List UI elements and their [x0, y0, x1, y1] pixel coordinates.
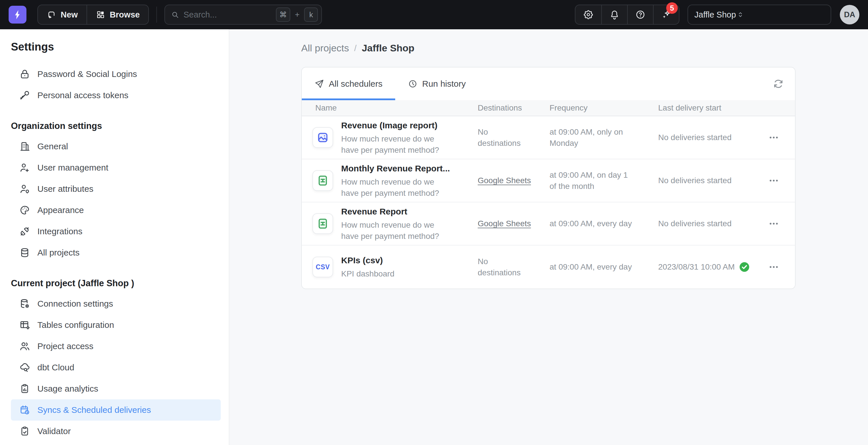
kbd-plus: + — [295, 10, 300, 19]
csv-icon: CSV — [312, 256, 333, 277]
notifications-button[interactable] — [601, 5, 627, 24]
sidebar-item-user-attributes[interactable]: User attributes — [11, 178, 221, 200]
tab-label: Run history — [422, 79, 466, 89]
breadcrumb-all-projects[interactable]: All projects — [301, 42, 349, 54]
search-icon — [171, 10, 179, 19]
column-destinations: Destinations — [478, 103, 550, 112]
database-gear-icon — [19, 298, 30, 309]
settings-button[interactable] — [576, 5, 601, 24]
clipboard-check-icon — [19, 425, 30, 437]
building-icon — [19, 141, 30, 152]
scheduler-title: Revenue (Image report) — [341, 119, 452, 132]
project-selector[interactable]: Jaffle Shop — [687, 5, 831, 25]
refresh-button[interactable] — [772, 77, 785, 90]
google-sheets-icon — [312, 170, 333, 191]
row-menu-button[interactable] — [767, 174, 780, 187]
last-delivery-text: 2023/08/31 10:00 AM — [658, 261, 735, 272]
sidebar-item-label: User attributes — [37, 184, 93, 194]
project-selector-value: Jaffle Shop — [694, 10, 736, 20]
new-icon — [46, 10, 56, 20]
browse-button[interactable]: Browse — [87, 5, 149, 24]
breadcrumb-current-project: Jaffle Shop — [362, 42, 414, 54]
palette-icon — [19, 204, 30, 216]
last-delivery-cell: No deliveries started — [658, 132, 760, 143]
google-sheets-icon — [312, 213, 333, 234]
user-pin-icon — [19, 183, 30, 195]
top-navbar: New Browse ⌘ + k 5 — [0, 0, 868, 29]
new-button-label: New — [61, 10, 78, 20]
main-content: All projects / Jaffle Shop All scheduler… — [229, 29, 868, 445]
browse-button-label: Browse — [110, 10, 140, 20]
row-menu-button[interactable] — [767, 261, 780, 273]
scheduler-title: Revenue Report — [341, 206, 452, 218]
sidebar-item-appearance[interactable]: Appearance — [11, 200, 221, 221]
sidebar-item-dbt-cloud[interactable]: dbt Cloud — [11, 357, 221, 378]
table-row: Revenue (Image report) How much revenue … — [302, 116, 795, 159]
tabbar: All schedulers Run history — [302, 67, 795, 100]
sidebar-item-validator[interactable]: Validator — [11, 421, 221, 442]
sidebar-heading-current-project: Current project (Jaffle Shop ) — [11, 278, 221, 288]
last-delivery-cell: No deliveries started — [658, 218, 760, 229]
sidebar-item-personal-access-tokens[interactable]: Personal access tokens — [11, 85, 221, 106]
sidebar-item-label: Usage analytics — [37, 384, 98, 393]
global-search[interactable]: ⌘ + k — [164, 5, 322, 25]
sidebar-item-connection-settings[interactable]: Connection settings — [11, 293, 221, 314]
last-delivery-text: No deliveries started — [658, 218, 732, 229]
whats-new-button[interactable]: 5 — [653, 5, 679, 24]
sidebar-item-integrations[interactable]: Integrations — [11, 221, 221, 242]
sidebar-item-label: Integrations — [37, 227, 83, 236]
sidebar-item-password-social-logins[interactable]: Password & Social Logins — [11, 63, 221, 85]
scheduler-subtitle: KPI dashboard — [341, 268, 394, 279]
kbd-cmd: ⌘ — [276, 7, 290, 22]
column-frequency: Frequency — [550, 103, 658, 112]
google-sheets-link[interactable]: Google Sheets — [478, 218, 550, 229]
google-sheets-link[interactable]: Google Sheets — [478, 175, 550, 186]
sidebar-title: Settings — [11, 41, 221, 53]
sidebar-item-label: Appearance — [37, 205, 84, 215]
new-button[interactable]: New — [38, 5, 87, 24]
tab-all-schedulers[interactable]: All schedulers — [302, 67, 395, 100]
row-menu-button[interactable] — [767, 131, 780, 144]
lightdash-logo[interactable] — [9, 6, 26, 24]
sidebar-item-general[interactable]: General — [11, 136, 221, 157]
scheduler-title: Monthly Revenue Report... — [341, 163, 452, 175]
sidebar-item-label: Syncs & Scheduled deliveries — [37, 405, 151, 415]
sidebar-item-label: General — [37, 141, 68, 151]
column-last-delivery-start: Last delivery start — [658, 103, 760, 112]
sidebar-item-user-management[interactable]: User management — [11, 157, 221, 178]
lock-icon — [19, 68, 30, 80]
calendar-clock-icon — [19, 404, 30, 416]
sidebar-item-project-access[interactable]: Project access — [11, 336, 221, 357]
sidebar-item-tables-configuration[interactable]: Tables configuration — [11, 314, 221, 336]
sidebar-item-label: dbt Cloud — [37, 363, 74, 372]
tab-label: All schedulers — [329, 79, 382, 89]
image-report-icon — [312, 127, 333, 148]
lightning-icon — [12, 9, 23, 21]
sidebar-item-label: Connection settings — [37, 299, 113, 309]
sidebar-item-all-projects[interactable]: All projects — [11, 242, 221, 263]
sidebar-item-label: User management — [37, 163, 108, 173]
help-button[interactable] — [627, 5, 653, 24]
database-icon — [19, 247, 30, 259]
schedulers-card: All schedulers Run history Name Destinat… — [301, 67, 796, 289]
plug-icon — [19, 226, 30, 237]
navbar-icon-group: 5 — [575, 5, 679, 25]
sidebar-item-usage-analytics[interactable]: Usage analytics — [11, 378, 221, 399]
sidebar-item-syncs-scheduled-deliveries[interactable]: Syncs & Scheduled deliveries — [11, 399, 221, 421]
frequency-cell: at 09:00 AM, every day — [550, 218, 658, 229]
avatar[interactable]: DA — [840, 5, 859, 24]
destination-cell: No destinations — [478, 256, 529, 278]
frequency-cell: at 09:00 AM, only on Monday — [550, 126, 658, 149]
browse-icon — [96, 10, 105, 20]
frequency-cell: at 09:00 AM, every day — [550, 261, 658, 272]
settings-sidebar: Settings Password & Social Logins Person… — [0, 29, 229, 445]
row-menu-button[interactable] — [767, 217, 780, 230]
tab-run-history[interactable]: Run history — [395, 67, 478, 100]
key-icon — [19, 90, 30, 101]
search-input[interactable] — [183, 10, 272, 20]
table-row: Monthly Revenue Report... How much reven… — [302, 159, 795, 202]
sidebar-heading-organization-settings: Organization settings — [11, 121, 221, 131]
clock-icon — [408, 79, 417, 89]
breadcrumb: All projects / Jaffle Shop — [301, 42, 868, 54]
scheduler-subtitle: How much revenue do we have per payment … — [341, 133, 452, 156]
